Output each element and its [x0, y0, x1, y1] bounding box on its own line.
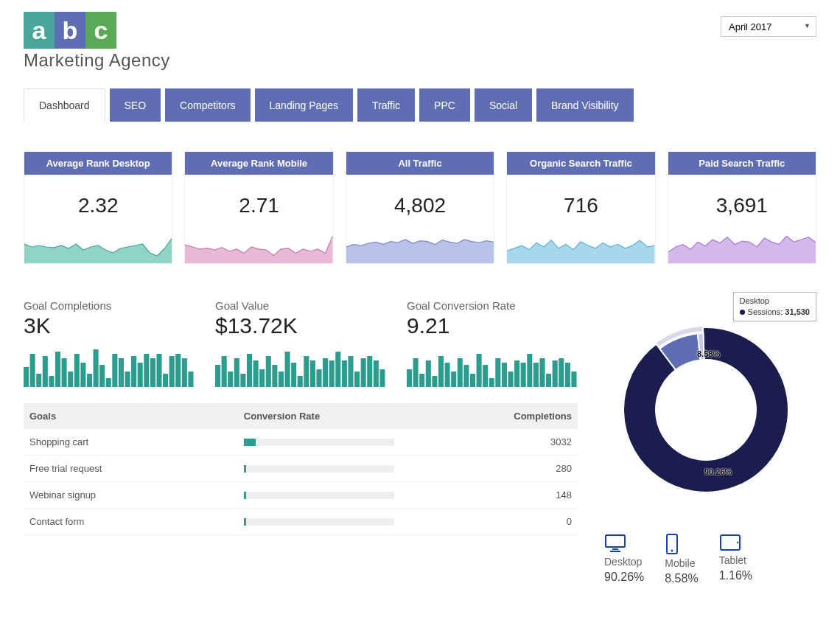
svg-rect-8 [74, 354, 80, 387]
goals-header-rate[interactable]: Conversion Rate [238, 403, 400, 429]
kpi-title: Average Rank Desktop [24, 152, 172, 175]
kpi-card: Paid Search Traffic3,691 [668, 151, 816, 264]
goal-value-chart [215, 344, 386, 387]
device-tablet-label: Tablet [719, 554, 746, 566]
goal-conversion-chart [407, 344, 578, 387]
svg-rect-2 [36, 374, 41, 387]
tab-landing-pages[interactable]: Landing Pages [255, 88, 353, 122]
donut-tooltip-dot-icon [740, 310, 745, 315]
svg-rect-52 [374, 360, 379, 387]
tab-social[interactable]: Social [475, 88, 532, 122]
svg-rect-11 [94, 349, 99, 387]
goal-value-card: Goal Value $13.72K [215, 299, 386, 390]
kpi-sparkline [185, 231, 332, 263]
donut-tooltip-metric: Sessions: [748, 307, 783, 316]
svg-rect-61 [451, 372, 456, 387]
table-row: Free trial request280 [24, 456, 578, 482]
svg-rect-59 [438, 356, 444, 387]
svg-rect-72 [521, 363, 526, 387]
svg-rect-50 [361, 358, 366, 387]
device-tablet-value: 1.16% [719, 569, 752, 582]
svg-rect-62 [458, 358, 463, 387]
kpi-card: Average Rank Desktop2.32 [24, 151, 172, 264]
kpi-value: 3,691 [668, 175, 816, 231]
device-mobile-value: 8.58% [665, 572, 698, 585]
svg-rect-46 [335, 352, 340, 387]
svg-rect-47 [342, 360, 347, 387]
goal-value-label: Goal Value [215, 299, 386, 312]
tab-brand-visibility[interactable]: Brand Visibility [536, 88, 634, 122]
kpi-sparkline [346, 231, 494, 263]
table-row: Contact form0 [24, 509, 578, 535]
svg-rect-54 [407, 369, 412, 387]
goal-rate-bar [238, 456, 400, 482]
mobile-icon [665, 534, 679, 554]
donut-tooltip-value: 31,530 [785, 307, 810, 316]
svg-rect-32 [247, 354, 252, 387]
device-legend: Desktop 90.26% Mobile 8.58% Tablet 1.16% [595, 534, 816, 585]
svg-rect-38 [285, 352, 290, 387]
svg-rect-6 [62, 358, 67, 387]
date-range-select[interactable]: April 2017 [721, 16, 816, 37]
kpi-title: Organic Search Traffic [507, 152, 654, 175]
donut-tooltip: Desktop Sessions: 31,530 [733, 292, 816, 321]
goals-header-goal[interactable]: Goals [24, 403, 238, 429]
svg-rect-44 [323, 358, 328, 387]
svg-rect-63 [463, 365, 469, 387]
svg-rect-25 [182, 358, 187, 387]
goal-completions-chart [24, 344, 195, 387]
device-desktop-value: 90.26% [604, 571, 644, 584]
svg-rect-42 [310, 360, 315, 387]
svg-rect-26 [188, 372, 193, 387]
svg-rect-13 [106, 378, 111, 387]
svg-rect-60 [445, 363, 450, 387]
svg-rect-64 [470, 374, 475, 387]
svg-rect-39 [291, 363, 296, 387]
svg-rect-37 [279, 372, 284, 387]
goals-header-completions[interactable]: Completions [400, 403, 578, 429]
kpi-value: 716 [507, 175, 654, 231]
tab-traffic[interactable]: Traffic [357, 88, 415, 122]
kpi-card: All Traffic4,802 [346, 151, 494, 264]
svg-rect-57 [426, 360, 431, 387]
main-tabs: Dashboard SEO Competitors Landing Pages … [24, 88, 816, 122]
tab-seo[interactable]: SEO [110, 88, 161, 122]
svg-rect-76 [546, 374, 551, 387]
svg-rect-20 [150, 358, 155, 387]
tab-ppc[interactable]: PPC [419, 88, 470, 122]
svg-rect-43 [316, 369, 321, 387]
kpi-value: 2.32 [24, 175, 172, 231]
svg-rect-74 [533, 363, 539, 387]
svg-rect-0 [24, 367, 29, 387]
svg-rect-45 [329, 360, 335, 387]
svg-rect-10 [87, 374, 92, 387]
donut-slice-label-small: 8.58% [697, 349, 720, 358]
svg-rect-68 [495, 358, 500, 387]
goal-name: Free trial request [24, 456, 238, 482]
kpi-card: Organic Search Traffic716 [506, 151, 655, 264]
kpi-sparkline [24, 231, 172, 263]
tablet-icon [719, 534, 741, 551]
svg-rect-40 [298, 376, 303, 387]
svg-rect-33 [253, 360, 259, 387]
svg-rect-41 [304, 356, 309, 387]
svg-rect-79 [565, 363, 570, 387]
donut-tooltip-title: Desktop [740, 296, 810, 307]
tab-competitors[interactable]: Competitors [165, 88, 250, 122]
tab-dashboard[interactable]: Dashboard [24, 88, 105, 122]
svg-rect-19 [144, 354, 149, 387]
goal-rate-bar [238, 482, 400, 509]
goal-value-value: $13.72K [215, 313, 386, 338]
svg-rect-17 [131, 356, 136, 387]
svg-rect-3 [43, 356, 48, 387]
svg-point-86 [671, 550, 673, 552]
svg-rect-69 [502, 363, 507, 387]
kpi-title: Average Rank Mobile [185, 152, 332, 175]
logo: a b c Marketing Agency [24, 12, 170, 71]
table-row: Shopping cart3032 [24, 429, 578, 456]
svg-rect-21 [156, 354, 161, 387]
device-desktop-label: Desktop [604, 556, 642, 568]
goal-completions: 0 [400, 509, 578, 535]
table-row: Webinar signup148 [24, 482, 578, 509]
kpi-card: Average Rank Mobile2.71 [184, 151, 333, 264]
